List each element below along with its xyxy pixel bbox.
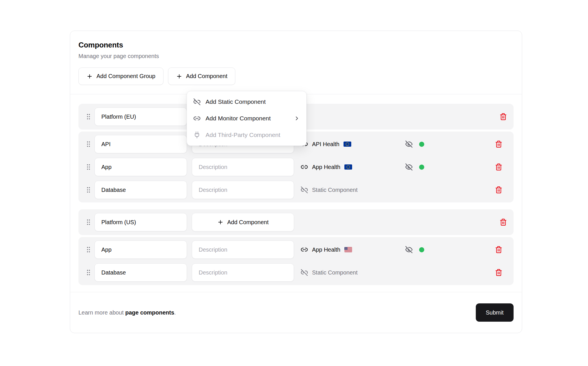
link-icon	[301, 246, 308, 253]
component-name-input[interactable]	[94, 240, 187, 259]
us-flag-icon	[344, 247, 352, 252]
trash-icon	[495, 163, 502, 171]
footer-text-prefix: Learn more about	[78, 309, 125, 316]
component-name-input[interactable]	[94, 263, 187, 282]
delete-group-button[interactable]	[500, 218, 507, 226]
add-component-label: Add Component	[186, 73, 228, 79]
group-name-input[interactable]	[94, 213, 187, 231]
static-cell: Static Component	[301, 186, 358, 194]
drag-handle-icon[interactable]	[85, 112, 92, 122]
delete-component-button[interactable]	[495, 246, 502, 253]
menu-item[interactable]: Add Monitor Component	[189, 110, 304, 127]
eye-off-icon[interactable]	[405, 140, 413, 148]
monitor-name: App Health	[312, 246, 340, 253]
component-group-header: Add Component	[78, 209, 514, 235]
page-components-link[interactable]: page components	[125, 309, 174, 316]
unlink-icon	[301, 186, 308, 194]
component-row: Static Component	[83, 181, 509, 199]
drag-handle-icon[interactable]	[85, 268, 92, 277]
component-name-input[interactable]	[94, 135, 187, 153]
drag-handle-icon[interactable]	[85, 139, 92, 149]
footer-text: Learn more about page components.	[78, 309, 176, 316]
component-group: Add Component App Health	[78, 209, 514, 285]
static-component-label: Static Component	[312, 269, 358, 276]
link-icon	[301, 163, 308, 171]
eu-flag-icon	[344, 164, 352, 170]
plus-icon	[176, 73, 182, 79]
trash-icon	[500, 113, 507, 120]
drag-handle-icon[interactable]	[85, 245, 92, 254]
component-description-input[interactable]	[192, 158, 294, 176]
trash-icon	[500, 218, 507, 226]
component-row: App Health	[83, 158, 509, 176]
add-component-menu: Add Static Component Add Monitor Compone…	[187, 91, 307, 146]
status-cluster	[405, 246, 424, 254]
unlink-icon	[301, 269, 308, 276]
footer-text-suffix: .	[174, 309, 176, 316]
component-name-input[interactable]	[94, 158, 187, 176]
monitor-name: API Health	[312, 141, 340, 148]
drag-handle-icon[interactable]	[85, 217, 92, 227]
component-row: App Health	[83, 240, 509, 259]
eye-off-icon[interactable]	[405, 246, 413, 254]
monitor-cell: API Health	[301, 140, 351, 148]
chevron-right-icon	[294, 115, 300, 122]
component-row: Static Component	[83, 263, 509, 282]
trash-icon	[495, 186, 502, 194]
menu-item-label: Add Monitor Component	[206, 115, 271, 122]
group-add-component-label: Add Component	[227, 219, 269, 226]
monitor-cell: App Health	[301, 163, 352, 171]
status-dot	[419, 142, 424, 147]
submit-button[interactable]: Submit	[476, 303, 514, 322]
status-cluster	[405, 140, 424, 148]
components-card: Components Manage your page components A…	[70, 31, 522, 333]
delete-component-button[interactable]	[495, 163, 502, 171]
add-component-button[interactable]: Add Component	[168, 67, 236, 85]
delete-component-button[interactable]	[495, 140, 502, 148]
trash-icon	[495, 246, 502, 253]
eu-flag-icon	[344, 142, 351, 147]
drag-handle-icon[interactable]	[85, 162, 92, 172]
menu-item-label: Add Static Component	[206, 98, 266, 105]
menu-item: Add Third-Party Component	[189, 127, 304, 143]
component-group-body: App Health	[78, 237, 514, 285]
group-add-component-button[interactable]: Add Component	[192, 213, 294, 231]
group-name-input[interactable]	[94, 108, 187, 126]
delete-group-button[interactable]	[500, 113, 507, 120]
status-dot	[419, 247, 424, 252]
monitor-name: App Health	[312, 164, 340, 170]
delete-component-button[interactable]	[495, 269, 502, 276]
unlink-icon	[193, 98, 201, 106]
page-subtitle: Manage your page components	[78, 53, 514, 59]
card-footer: Learn more about page components. Submit	[70, 292, 522, 333]
status-dot	[419, 164, 424, 170]
delete-component-button[interactable]	[495, 186, 502, 194]
plus-icon	[217, 219, 224, 225]
drag-handle-icon[interactable]	[85, 185, 92, 195]
component-name-input[interactable]	[94, 181, 187, 199]
monitor-cell: App Health	[301, 246, 352, 253]
component-description-input[interactable]	[192, 240, 294, 259]
add-component-group-button[interactable]: Add Component Group	[78, 67, 163, 85]
toolbar: Add Component Group Add Component	[78, 67, 514, 94]
eye-off-icon[interactable]	[405, 163, 413, 171]
menu-item-label: Add Third-Party Component	[206, 132, 280, 138]
status-cluster	[405, 163, 424, 171]
trash-icon	[495, 140, 502, 148]
static-cell: Static Component	[301, 269, 358, 276]
trash-icon	[495, 269, 502, 276]
static-component-label: Static Component	[312, 187, 358, 193]
page-title: Components	[78, 41, 514, 49]
menu-item[interactable]: Add Static Component	[189, 94, 304, 110]
link-icon	[193, 115, 201, 122]
plug-icon	[193, 131, 201, 139]
add-component-group-label: Add Component Group	[96, 73, 155, 79]
card-header: Components Manage your page components A…	[70, 31, 522, 94]
plus-icon	[86, 73, 93, 79]
component-description-input[interactable]	[192, 181, 294, 199]
component-description-input[interactable]	[192, 263, 294, 282]
